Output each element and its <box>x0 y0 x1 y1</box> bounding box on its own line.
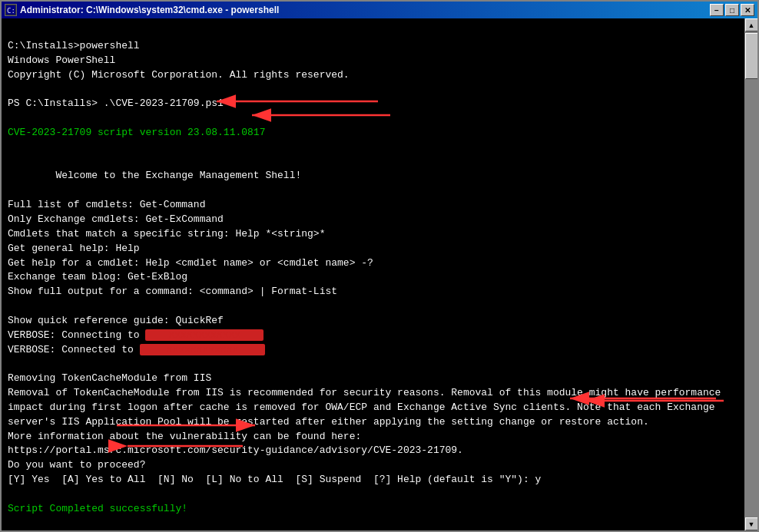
scroll-down-button[interactable]: ▼ <box>745 517 758 530</box>
console-output: C:\Installs>powershell Windows PowerShel… <box>8 25 738 530</box>
maximize-button[interactable]: □ <box>725 4 739 16</box>
scroll-track[interactable] <box>745 31 758 517</box>
close-button[interactable]: ✕ <box>741 4 754 16</box>
window-controls: − □ ✕ <box>710 4 754 16</box>
scroll-thumb[interactable] <box>745 33 758 79</box>
window-title: Administrator: C:\Windows\system32\cmd.e… <box>20 5 279 15</box>
console-area: C:\Installs>powershell Windows PowerShel… <box>2 18 757 530</box>
cmd-window: C: Administrator: C:\Windows\system32\cm… <box>0 0 759 532</box>
minimize-button[interactable]: − <box>710 4 724 16</box>
console-content: C:\Installs>powershell Windows PowerShel… <box>2 18 744 530</box>
title-bar: C: Administrator: C:\Windows\system32\cm… <box>2 2 757 18</box>
cmd-icon: C: <box>5 4 17 16</box>
scroll-up-button[interactable]: ▲ <box>745 18 758 31</box>
svg-text:C:: C: <box>7 7 15 15</box>
scrollbar[interactable]: ▲ ▼ <box>744 18 757 530</box>
title-bar-left: C: Administrator: C:\Windows\system32\cm… <box>5 4 279 16</box>
